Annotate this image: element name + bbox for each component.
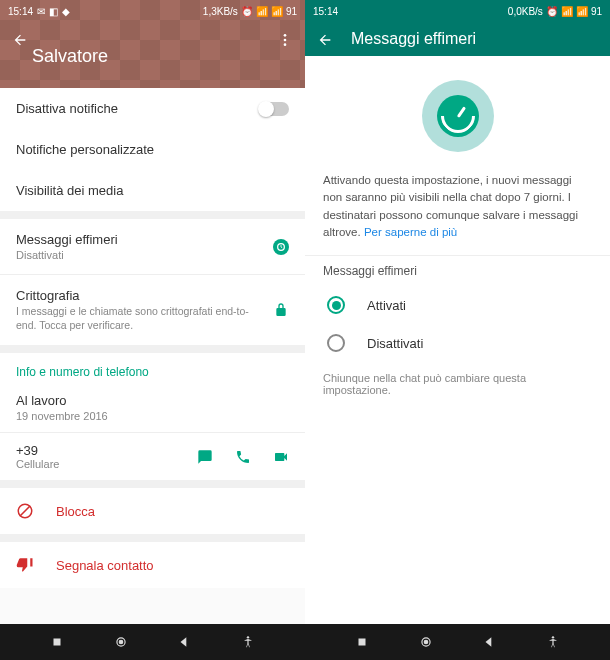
divider	[0, 211, 305, 219]
mute-label: Disattiva notifiche	[16, 101, 118, 116]
disappearing-messages-row[interactable]: Messaggi effimeri Disattivati	[0, 219, 305, 274]
status-time: 15:14	[8, 6, 33, 17]
learn-more-link[interactable]: Per saperne di più	[364, 226, 457, 238]
svg-line-5	[20, 506, 31, 517]
svg-point-13	[552, 636, 554, 638]
about-row[interactable]: Al lavoro 19 novembre 2016	[0, 383, 305, 432]
contact-name: Salvatore	[32, 46, 277, 67]
page-title: Messaggi effimeri	[351, 30, 476, 48]
call-icon[interactable]	[235, 449, 251, 465]
nav-home-icon[interactable]	[419, 635, 433, 649]
svg-point-1	[284, 39, 287, 42]
nav-recent-icon[interactable]	[355, 635, 369, 649]
video-icon[interactable]	[273, 449, 289, 465]
nav-accessibility-icon[interactable]	[241, 635, 255, 649]
net-speed: 0,0KB/s	[508, 6, 543, 17]
phone-label: Cellulare	[16, 458, 197, 470]
about-text: Al lavoro	[16, 393, 67, 408]
nav-back-icon[interactable]	[482, 635, 496, 649]
info-section-title: Info e numero di telefono	[0, 353, 305, 383]
wifi-icon: 📶	[576, 6, 588, 17]
phone-number: +39	[16, 443, 197, 458]
nav-recent-icon[interactable]	[50, 635, 64, 649]
battery-icon: 91	[286, 6, 297, 17]
disappearing-status: Disattivati	[16, 249, 273, 261]
radio-on[interactable]	[327, 296, 345, 314]
option-off-label: Disattivati	[367, 336, 423, 351]
divider	[0, 534, 305, 542]
encryption-row[interactable]: Crittografia I messaggi e le chiamate so…	[0, 275, 305, 345]
block-label: Blocca	[56, 504, 95, 519]
radio-off[interactable]	[327, 334, 345, 352]
encryption-sub: I messaggi e le chiamate sono crittograf…	[16, 305, 253, 332]
svg-rect-10	[358, 639, 365, 646]
nav-accessibility-icon[interactable]	[546, 635, 560, 649]
alarm-icon: ⏰	[241, 6, 253, 17]
net-speed: 1,3KB/s	[203, 6, 238, 17]
encryption-label: Crittografia	[16, 288, 273, 303]
mute-toggle[interactable]	[259, 102, 289, 116]
timer-icon	[273, 239, 289, 255]
gmail-icon: ✉	[37, 6, 45, 17]
volte-icon: 📶	[256, 6, 268, 17]
back-icon[interactable]	[317, 32, 333, 48]
svg-point-8	[119, 640, 123, 644]
message-icon[interactable]	[197, 449, 213, 465]
phone-row[interactable]: +39 Cellulare	[0, 433, 305, 480]
mute-notifications-row[interactable]: Disattiva notifiche	[0, 88, 305, 129]
media-visibility-row[interactable]: Visibilità dei media	[0, 170, 305, 211]
alarm-icon: ⏰	[546, 6, 558, 17]
status-bar-right: 15:14 0,0KB/s ⏰ 📶 📶 91	[305, 0, 610, 22]
option-on-row[interactable]: Attivati	[305, 286, 610, 324]
disappearing-label: Messaggi effimeri	[16, 232, 273, 247]
app-icon2: ◆	[62, 6, 70, 17]
wifi-icon: 📶	[271, 6, 283, 17]
option-off-row[interactable]: Disattivati	[305, 324, 610, 362]
report-label: Segnala contatto	[56, 558, 154, 573]
custom-notif-label: Notifiche personalizzate	[16, 142, 154, 157]
option-title: Messaggi effimeri	[305, 256, 610, 286]
svg-point-12	[424, 640, 428, 644]
android-navbar	[0, 624, 305, 660]
block-icon	[16, 502, 34, 520]
status-time: 15:14	[313, 6, 338, 17]
divider	[0, 480, 305, 488]
media-vis-label: Visibilità dei media	[16, 183, 123, 198]
nav-back-icon[interactable]	[177, 635, 191, 649]
svg-point-9	[247, 636, 249, 638]
status-bar-left: 15:14 ✉ ◧ ◆ 1,3KB/s ⏰ 📶 📶 91	[0, 0, 305, 22]
svg-point-2	[284, 43, 287, 46]
timer-illustration	[305, 56, 610, 166]
divider	[0, 345, 305, 353]
about-date: 19 novembre 2016	[16, 410, 108, 422]
block-row[interactable]: Blocca	[0, 488, 305, 534]
description-text: Attivando questa impostazione, i nuovi m…	[305, 166, 610, 255]
volte-icon: 📶	[561, 6, 573, 17]
nav-home-icon[interactable]	[114, 635, 128, 649]
footer-note: Chiunque nella chat può cambiare questa …	[305, 362, 610, 406]
custom-notifications-row[interactable]: Notifiche personalizzate	[0, 129, 305, 170]
svg-point-0	[284, 34, 287, 37]
svg-rect-6	[53, 639, 60, 646]
option-on-label: Attivati	[367, 298, 406, 313]
battery-icon: 91	[591, 6, 602, 17]
app-icon: ◧	[49, 6, 58, 17]
lock-icon	[273, 302, 289, 318]
android-navbar	[305, 624, 610, 660]
more-icon[interactable]	[277, 32, 293, 48]
back-icon[interactable]	[12, 32, 28, 48]
report-row[interactable]: Segnala contatto	[0, 542, 305, 588]
thumbs-down-icon	[16, 556, 34, 574]
